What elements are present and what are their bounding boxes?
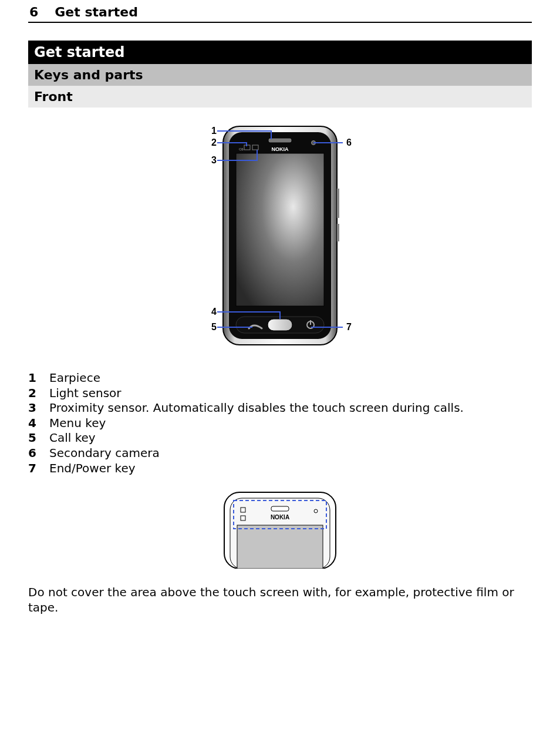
brand-label-small: NOKIA (271, 514, 289, 520)
legend-row: 2 Light sensor (28, 386, 532, 401)
sensor-area-diagram: NOKIA (0, 476, 560, 572)
subsection-bar-2: Front (28, 86, 532, 108)
svg-rect-8 (268, 319, 292, 331)
sensor-area-note: Do not cover the area above the touch sc… (28, 585, 532, 615)
legend-num: 2 (28, 386, 39, 401)
subsection-bar-1: Keys and parts (28, 64, 532, 86)
section-title: Get started (34, 44, 125, 61)
legend-text: End/Power key (49, 461, 136, 476)
legend-row: 1 Earpiece (28, 371, 532, 386)
legend-num: 4 (28, 416, 39, 431)
legend-row: 4 Menu key (28, 416, 532, 431)
phone-front-diagram: NOKIA C6 (0, 108, 560, 357)
callout-6: 6 (346, 137, 352, 147)
legend-row: 7 End/Power key (28, 461, 532, 476)
legend-text: Menu key (49, 416, 106, 431)
legend-text: Proximity sensor. Automatically disables… (49, 401, 464, 416)
legend-num: 3 (28, 401, 39, 416)
svg-rect-15 (237, 525, 323, 569)
callout-7: 7 (346, 322, 352, 332)
legend-num: 5 (28, 431, 39, 446)
brand-label: NOKIA (272, 146, 289, 152)
legend-row: 5 Call key (28, 431, 532, 446)
header-rule (28, 22, 532, 23)
page-number: 6 (29, 5, 38, 19)
legend-text: Secondary camera (49, 446, 160, 461)
svg-rect-16 (271, 506, 289, 511)
callout-5: 5 (211, 322, 217, 332)
svg-rect-2 (236, 153, 324, 306)
svg-rect-11 (337, 189, 339, 218)
subsection-1: Keys and parts (34, 68, 143, 82)
legend-num: 6 (28, 446, 39, 461)
callout-2: 2 (211, 137, 217, 147)
parts-legend: 1 Earpiece 2 Light sensor 3 Proximity se… (28, 371, 532, 476)
section-title-bar: Get started (28, 41, 532, 64)
running-title: Get started (55, 5, 138, 19)
legend-text: Earpiece (49, 371, 100, 386)
model-tag: C6 (239, 147, 244, 151)
legend-text: Call key (49, 431, 96, 446)
running-header: 6 Get started (0, 0, 560, 22)
legend-row: 3 Proximity sensor. Automatically disabl… (28, 401, 532, 416)
legend-row: 6 Secondary camera (28, 446, 532, 461)
subsection-2: Front (34, 89, 73, 104)
legend-num: 1 (28, 371, 39, 386)
legend-num: 7 (28, 461, 39, 476)
callout-3: 3 (211, 155, 217, 165)
callout-4: 4 (211, 307, 217, 317)
legend-text: Light sensor (49, 386, 122, 401)
svg-rect-12 (337, 224, 339, 241)
callout-1: 1 (211, 126, 217, 136)
